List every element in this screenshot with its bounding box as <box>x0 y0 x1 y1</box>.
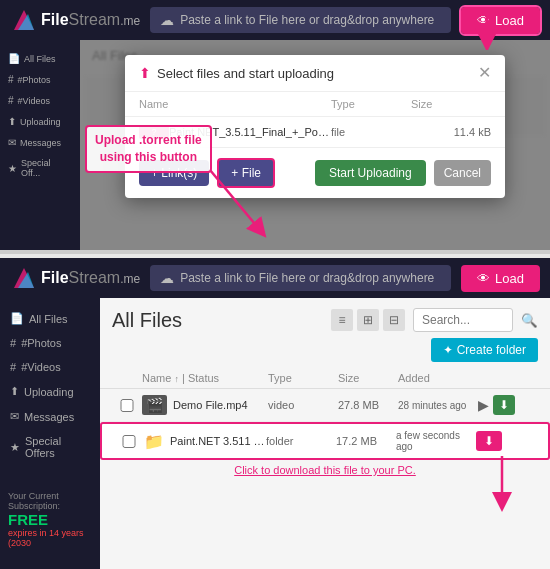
sidebar-item-uploading[interactable]: ⬆ Uploading <box>0 379 100 404</box>
sidebar-label-offers: Special Offers <box>25 435 90 459</box>
load-button-bottom[interactable]: 👁 Load <box>461 265 540 292</box>
nav-label: All Files <box>24 54 56 64</box>
list-view-button[interactable]: ≡ <box>331 309 353 331</box>
row-checkbox-1[interactable] <box>112 399 142 412</box>
add-file-button[interactable]: + File <box>217 158 275 188</box>
nav-label: Messages <box>20 138 61 148</box>
message-icon: ✉ <box>8 137 16 148</box>
checkbox-col-header <box>112 372 142 384</box>
actions-col-header <box>478 372 538 384</box>
upload-icon: ⬆ <box>8 116 16 127</box>
sidebar-item-allfiles-top[interactable]: 📄 All Files <box>0 48 80 69</box>
type-col-header: Type <box>268 372 338 384</box>
sidebar-item-offers[interactable]: ★ Special Offers <box>0 429 100 465</box>
search-input[interactable] <box>413 308 513 332</box>
modal-title: ⬆ Select files and start uploading <box>139 65 334 81</box>
modal-header: ⬆ Select files and start uploading ✕ <box>125 55 505 92</box>
sidebar-item-videos[interactable]: # #Videos <box>0 355 100 379</box>
hash-icon: # <box>8 74 14 85</box>
eye-icon: 👁 <box>477 13 490 28</box>
hash-icon: # <box>8 95 14 106</box>
load-button[interactable]: 👁 Load <box>461 7 540 34</box>
file-actions-1: ▶ ⬇ <box>478 395 538 415</box>
star-icon: ★ <box>8 163 17 174</box>
subscription-info: Your Current Subscription: FREE expires … <box>0 485 100 554</box>
upload-icon-modal: ⬆ <box>139 65 151 81</box>
hash-photos-icon: # <box>10 337 16 349</box>
action-button-highlighted[interactable]: ⬇ <box>476 431 502 451</box>
sidebar-item-allfiles[interactable]: 📄 All Files <box>0 306 100 331</box>
main-area: 📄 All Files # #Photos # #Videos ⬆ Upload… <box>0 298 550 569</box>
table-row: 🎬 Demo File.mp4 video 27.8 MB 28 minutes… <box>100 389 550 422</box>
nav-label: Special Off... <box>21 158 72 178</box>
file-added-1: 28 minutes ago <box>398 400 478 411</box>
grid-view-button[interactable]: ⊞ <box>357 309 379 331</box>
search-button[interactable]: 🔍 <box>521 313 538 328</box>
col-size-header: Size <box>411 98 491 110</box>
header-actions: ≡ ⊞ ⊟ 🔍 <box>331 308 538 332</box>
sidebar-label-allfiles: All Files <box>29 313 68 325</box>
url-placeholder-bottom: Paste a link to File here or drag&drop a… <box>180 271 434 285</box>
message-icon-sidebar: ✉ <box>10 410 19 423</box>
row-checkbox-2[interactable] <box>114 435 144 448</box>
star-icon-sidebar: ★ <box>10 441 20 454</box>
logo-icon-bottom <box>10 264 38 292</box>
content-area: All Files ≡ ⊞ ⊟ 🔍 ✦ Create folder <box>100 298 550 569</box>
url-placeholder-text: Paste a link to File here or drag&drop a… <box>180 13 434 27</box>
name-col-header: Name ↑ | Status <box>142 372 268 384</box>
logo-bottom: FileStream.me <box>10 264 140 292</box>
modal-table-header: Name Type Size <box>125 92 505 117</box>
logo-stream: Stream <box>69 11 121 28</box>
col-type-header: Type <box>331 98 411 110</box>
create-folder-button[interactable]: ✦ Create folder <box>431 338 538 362</box>
cloud-icon: ☁ <box>160 12 174 28</box>
sidebar-item-messages[interactable]: ✉ Messages <box>0 404 100 429</box>
annotation-callout: Upload .torrent fileusing this button <box>85 125 212 173</box>
file-row-name-1: 🎬 Demo File.mp4 <box>142 395 268 415</box>
download-button-1[interactable]: ⬇ <box>493 395 515 415</box>
bottom-panel: FileStream.me ☁ Paste a link to File her… <box>0 258 550 569</box>
sub-expires: expires in 14 years (2030 <box>8 528 92 548</box>
create-folder-bar: ✦ Create folder <box>100 338 550 368</box>
file-icon: 📄 <box>8 53 20 64</box>
sidebar-item-uploading-top[interactable]: ⬆ Uploading <box>0 111 80 132</box>
modal-close-button[interactable]: ✕ <box>478 65 491 81</box>
file-row-name-2: 📁 Paint.NET 3.511 Final... <box>144 432 266 451</box>
file-icon-sidebar: 📄 <box>10 312 24 325</box>
sidebar-item-messages-top[interactable]: ✉ Messages <box>0 132 80 153</box>
modal-title-text: Select files and start uploading <box>157 66 334 81</box>
sidebar-item-videos-top[interactable]: # #Videos <box>0 90 80 111</box>
url-bar[interactable]: ☁ Paste a link to File here or drag&drop… <box>150 7 451 33</box>
modal-file-type: file <box>331 126 411 138</box>
added-col-header: Added <box>398 372 478 384</box>
bottom-header-bar: FileStream.me ☁ Paste a link to File her… <box>0 258 550 298</box>
sidebar-label-photos: #Photos <box>21 337 61 349</box>
modal-file-size: 11.4 kB <box>411 126 491 138</box>
table-header-row: Name ↑ | Status Type Size Added <box>100 368 550 389</box>
video-file-icon: 🎬 <box>142 395 167 415</box>
logo-text-bottom: FileStream.me <box>41 269 140 287</box>
col-name-header: Name <box>139 98 331 110</box>
file-actions-2: ⬇ <box>476 431 536 451</box>
logo-text: FileStream.me <box>41 11 140 29</box>
sidebar-item-photos-top[interactable]: # #Photos <box>0 69 80 90</box>
sidebar-item-offers-top[interactable]: ★ Special Off... <box>0 153 80 183</box>
cancel-button[interactable]: Cancel <box>434 160 491 186</box>
upload-icon-sidebar: ⬆ <box>10 385 19 398</box>
view-icons: ≡ ⊞ ⊟ <box>331 309 405 331</box>
nav-label: Uploading <box>20 117 61 127</box>
sidebar-item-photos[interactable]: # #Photos <box>0 331 100 355</box>
nav-label: #Videos <box>18 96 50 106</box>
top-header-bar: FileStream.me ☁ Paste a link to File her… <box>0 0 550 40</box>
detail-view-button[interactable]: ⊟ <box>383 309 405 331</box>
sidebar-label-uploading: Uploading <box>24 386 74 398</box>
bottom-hint-link[interactable]: Click to download this file to your PC. <box>100 460 550 480</box>
start-uploading-button[interactable]: Start Uploading <box>315 160 426 186</box>
load-btn-label: Load <box>495 13 524 28</box>
sub-value: FREE <box>8 511 92 528</box>
file-name-text-2: Paint.NET 3.511 Final... <box>170 435 266 447</box>
play-button-1[interactable]: ▶ <box>478 397 489 413</box>
sidebar-left: 📄 All Files # #Photos # #Videos ⬆ Upload… <box>0 298 100 569</box>
file-name-text-1: Demo File.mp4 <box>173 399 248 411</box>
url-bar-bottom[interactable]: ☁ Paste a link to File here or drag&drop… <box>150 265 451 291</box>
